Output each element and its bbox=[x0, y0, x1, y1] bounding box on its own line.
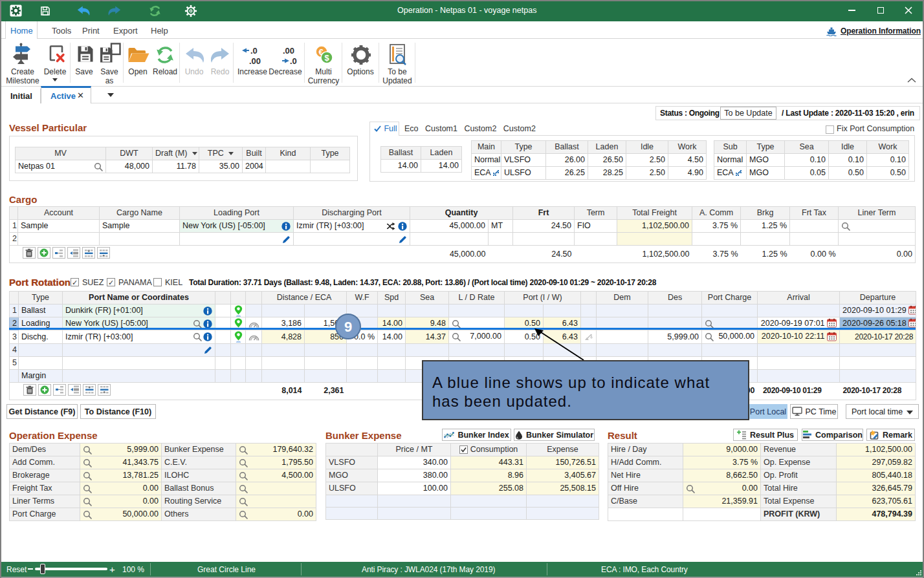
svg-text:.00: .00 bbox=[249, 56, 261, 66]
svg-text:.0: .0 bbox=[250, 46, 258, 56]
svg-text:$: $ bbox=[325, 53, 330, 63]
svg-text:.00: .00 bbox=[283, 46, 294, 56]
svg-text:.0: .0 bbox=[290, 56, 297, 66]
